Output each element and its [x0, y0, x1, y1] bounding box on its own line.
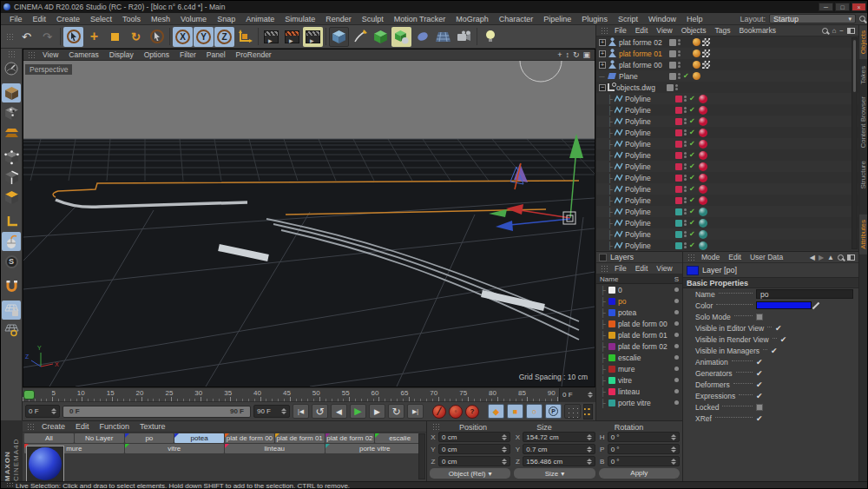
panel-tab[interactable]: Objects — [859, 25, 868, 59]
record-keyframe-button[interactable]: ╱ — [432, 405, 446, 419]
layer-filter-chip[interactable]: po — [125, 433, 174, 443]
redo-button[interactable]: ↷ — [37, 27, 57, 47]
visibility-dots[interactable] — [684, 141, 687, 147]
visibility-dots[interactable] — [684, 186, 687, 192]
layer-color-chip[interactable] — [608, 388, 615, 395]
texture-tag-icon[interactable] — [702, 38, 710, 46]
menu-item[interactable]: File — [4, 15, 28, 23]
visibility-dots[interactable] — [684, 152, 687, 158]
solo-dot-icon[interactable] — [674, 333, 679, 337]
tab-attributes[interactable]: Attributes — [859, 215, 868, 254]
render-picture-viewer-button[interactable] — [282, 27, 302, 47]
layer-chip[interactable] — [669, 39, 676, 46]
enabled-check-icon[interactable] — [689, 140, 697, 148]
menu-item[interactable]: Character — [494, 15, 539, 23]
material-menu-item[interactable]: Function — [95, 422, 135, 431]
material-tag-icon[interactable] — [699, 208, 707, 216]
layer-row[interactable]: ├ plat de form 00 — [596, 318, 682, 329]
object-row[interactable]: + plat forme 00 — [596, 59, 858, 70]
name-field[interactable]: po — [756, 289, 853, 299]
rotate-view-icon[interactable]: ↻ — [573, 50, 580, 59]
nav-forward-icon[interactable]: ▶ — [819, 254, 824, 261]
checkbox-checked-icon[interactable]: ✔ — [756, 392, 763, 400]
layer-filter-chip[interactable]: plat de form 01 — [275, 433, 325, 443]
add-volume-button[interactable] — [412, 27, 432, 47]
menu-item[interactable]: Motion Tracker — [389, 15, 451, 23]
record-parameter-toggle[interactable]: P — [545, 404, 562, 419]
viewport-menu-item[interactable]: ProRender — [231, 50, 277, 59]
object-row-polyline[interactable]: ├ Polyline — [596, 161, 858, 172]
rotate-tool[interactable]: ↻ — [126, 27, 146, 47]
layer-row[interactable]: ├ po — [596, 295, 682, 307]
camera-label[interactable]: Perspective — [25, 64, 72, 75]
object-row[interactable]: + plat forme 01 — [596, 48, 858, 59]
add-spline-button[interactable] — [350, 27, 370, 47]
visibility-dots[interactable] — [678, 39, 681, 45]
material-menu-item[interactable]: Texture — [135, 422, 171, 431]
viewport-scene[interactable]: Y X Z Perspective Grid Spacing : 10 cm — [23, 61, 595, 387]
object-row-polyline[interactable]: ├ Polyline — [596, 240, 858, 250]
next-frame-button[interactable]: ▶ — [369, 404, 385, 419]
layer-chip[interactable] — [675, 197, 682, 204]
apply-button[interactable]: Apply — [599, 468, 680, 479]
menu-item[interactable]: Simulate — [279, 15, 320, 23]
attribute-menu-item[interactable]: Edit — [724, 253, 746, 261]
render-settings-button[interactable] — [303, 27, 323, 47]
material-tag-icon[interactable] — [699, 151, 707, 160]
visibility-dots[interactable] — [684, 118, 687, 124]
record-pla-toggle[interactable] — [564, 404, 581, 419]
lock-y-axis-button[interactable]: Y — [194, 27, 214, 47]
object-row-polyline[interactable]: ├ Polyline — [596, 172, 858, 183]
layer-filter-chip[interactable]: plat de form 00 — [225, 433, 274, 443]
phong-tag-icon[interactable] — [693, 50, 700, 57]
scrollbar-thumb[interactable] — [853, 40, 856, 92]
frame-ruler[interactable]: 051015202530354045505560657075808590 — [23, 388, 559, 401]
nav-back-icon[interactable]: ◀ — [810, 254, 815, 261]
checkbox-checked-icon[interactable]: ✔ — [756, 358, 763, 367]
layout-select[interactable]: Startup ▾ — [769, 14, 856, 23]
expand-icon[interactable]: + — [599, 39, 606, 46]
menu-item[interactable]: Snap — [212, 15, 240, 23]
object-row-polyline[interactable]: ├ Polyline — [596, 206, 858, 217]
menu-item[interactable]: Edit — [28, 15, 52, 23]
snap-settings-button[interactable]: S — [2, 252, 21, 271]
spinner-arrows-icon[interactable] — [281, 408, 286, 414]
layer-chip[interactable] — [669, 50, 676, 57]
viewport-menu-item[interactable]: Display — [104, 50, 139, 59]
menu-item[interactable]: Tools — [117, 15, 146, 23]
undo-button[interactable]: ↶ — [16, 27, 36, 47]
coordinate-mode-select[interactable]: Object (Rel)▾ — [430, 468, 510, 479]
layer-color-chip[interactable] — [608, 332, 615, 339]
layer-chip[interactable] — [669, 73, 676, 80]
add-cube-button[interactable] — [329, 27, 349, 47]
layer-filter-chip[interactable]: plat de form 02 — [326, 433, 375, 443]
layer-color-chip[interactable] — [608, 354, 615, 361]
layer-chip[interactable] — [675, 220, 682, 227]
nav-up-icon[interactable]: ▲ — [827, 254, 834, 261]
material-menu-item[interactable]: Create — [36, 422, 70, 431]
enabled-check-icon[interactable] — [689, 174, 697, 182]
position-z-field[interactable]: 0 cm — [438, 456, 510, 466]
sound-toggle[interactable] — [583, 404, 593, 420]
search-icon[interactable] — [859, 16, 865, 22]
menu-item[interactable]: Animate — [240, 15, 279, 23]
menu-item[interactable]: Create — [51, 15, 85, 23]
close-button[interactable]: × — [852, 3, 866, 11]
keyframe-selection-button[interactable]: ? — [465, 405, 479, 419]
search-icon[interactable] — [822, 28, 828, 34]
layer-color-chip[interactable] — [608, 343, 615, 350]
layer-row[interactable]: ├ linteau — [596, 386, 682, 397]
enabled-check-icon[interactable] — [689, 106, 697, 114]
viewport-menu-item[interactable]: Filter — [174, 50, 201, 59]
basic-properties-section[interactable]: Basic Properties — [683, 277, 858, 288]
object-row[interactable]: − objects.dwg — [596, 82, 858, 93]
phong-tag-icon[interactable] — [693, 38, 700, 46]
dual-view-icon[interactable] — [847, 28, 855, 34]
size-z-field[interactable]: 156.486 cm — [523, 456, 595, 466]
enabled-check-icon[interactable] — [689, 95, 697, 102]
menu-item[interactable]: Pipeline — [538, 15, 576, 23]
object-row-polyline[interactable]: ├ Polyline — [596, 116, 858, 127]
visibility-dots[interactable] — [684, 129, 687, 135]
enabled-check-icon[interactable] — [689, 151, 697, 159]
visibility-dots[interactable] — [684, 107, 687, 113]
